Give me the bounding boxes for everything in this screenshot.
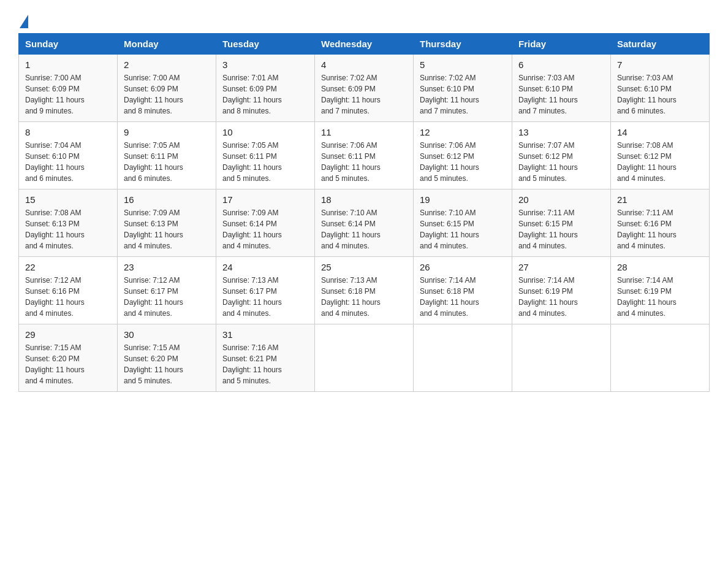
calendar-cell: 19 Sunrise: 7:10 AMSunset: 6:15 PMDaylig… bbox=[414, 190, 512, 257]
day-number: 7 bbox=[617, 59, 703, 70]
day-info: Sunrise: 7:10 AMSunset: 6:15 PMDaylight:… bbox=[420, 207, 506, 251]
calendar-cell: 30 Sunrise: 7:15 AMSunset: 6:20 PMDaylig… bbox=[118, 324, 216, 392]
calendar-week-row: 1 Sunrise: 7:00 AMSunset: 6:09 PMDayligh… bbox=[19, 55, 710, 122]
day-number: 29 bbox=[25, 329, 111, 340]
day-info: Sunrise: 7:14 AMSunset: 6:18 PMDaylight:… bbox=[420, 275, 506, 319]
calendar-week-row: 29 Sunrise: 7:15 AMSunset: 6:20 PMDaylig… bbox=[19, 324, 710, 392]
calendar-cell bbox=[512, 324, 611, 392]
day-info: Sunrise: 7:14 AMSunset: 6:19 PMDaylight:… bbox=[617, 275, 703, 319]
calendar-cell: 1 Sunrise: 7:00 AMSunset: 6:09 PMDayligh… bbox=[19, 55, 118, 122]
calendar-cell: 14 Sunrise: 7:08 AMSunset: 6:12 PMDaylig… bbox=[611, 122, 710, 190]
day-number: 18 bbox=[321, 194, 407, 205]
day-number: 9 bbox=[124, 127, 210, 137]
day-number: 10 bbox=[222, 127, 308, 137]
day-number: 22 bbox=[25, 262, 111, 272]
calendar-table: SundayMondayTuesdayWednesdayThursdayFrid… bbox=[18, 33, 710, 392]
calendar-cell: 29 Sunrise: 7:15 AMSunset: 6:20 PMDaylig… bbox=[19, 324, 118, 392]
day-number: 25 bbox=[321, 262, 407, 272]
calendar-cell: 27 Sunrise: 7:14 AMSunset: 6:19 PMDaylig… bbox=[512, 257, 611, 324]
calendar-cell: 20 Sunrise: 7:11 AMSunset: 6:15 PMDaylig… bbox=[512, 190, 611, 257]
day-number: 6 bbox=[518, 59, 604, 70]
day-info: Sunrise: 7:08 AMSunset: 6:13 PMDaylight:… bbox=[25, 207, 111, 251]
weekday-header-sunday: Sunday bbox=[19, 34, 118, 55]
calendar-cell: 4 Sunrise: 7:02 AMSunset: 6:09 PMDayligh… bbox=[315, 55, 414, 122]
calendar-cell bbox=[315, 324, 414, 392]
calendar-cell: 31 Sunrise: 7:16 AMSunset: 6:21 PMDaylig… bbox=[216, 324, 315, 392]
weekday-header-thursday: Thursday bbox=[414, 34, 512, 55]
day-number: 15 bbox=[25, 194, 111, 205]
calendar-cell: 16 Sunrise: 7:09 AMSunset: 6:13 PMDaylig… bbox=[118, 190, 216, 257]
day-number: 30 bbox=[124, 329, 210, 340]
calendar-week-row: 22 Sunrise: 7:12 AMSunset: 6:16 PMDaylig… bbox=[19, 257, 710, 324]
day-number: 19 bbox=[420, 194, 506, 205]
calendar-cell: 25 Sunrise: 7:13 AMSunset: 6:18 PMDaylig… bbox=[315, 257, 414, 324]
day-number: 2 bbox=[124, 59, 210, 70]
day-info: Sunrise: 7:00 AMSunset: 6:09 PMDaylight:… bbox=[124, 72, 210, 117]
day-number: 1 bbox=[25, 59, 111, 70]
day-info: Sunrise: 7:08 AMSunset: 6:12 PMDaylight:… bbox=[617, 140, 703, 184]
calendar-cell: 24 Sunrise: 7:13 AMSunset: 6:17 PMDaylig… bbox=[216, 257, 315, 324]
day-number: 31 bbox=[222, 329, 308, 340]
day-info: Sunrise: 7:09 AMSunset: 6:14 PMDaylight:… bbox=[222, 207, 308, 251]
calendar-cell: 21 Sunrise: 7:11 AMSunset: 6:16 PMDaylig… bbox=[611, 190, 710, 257]
calendar-cell: 13 Sunrise: 7:07 AMSunset: 6:12 PMDaylig… bbox=[512, 122, 611, 190]
day-number: 26 bbox=[420, 262, 506, 272]
day-info: Sunrise: 7:03 AMSunset: 6:10 PMDaylight:… bbox=[518, 72, 604, 117]
day-number: 23 bbox=[124, 262, 210, 272]
day-info: Sunrise: 7:14 AMSunset: 6:19 PMDaylight:… bbox=[518, 275, 604, 319]
weekday-header-friday: Friday bbox=[512, 34, 611, 55]
day-info: Sunrise: 7:11 AMSunset: 6:15 PMDaylight:… bbox=[518, 207, 604, 251]
day-info: Sunrise: 7:09 AMSunset: 6:13 PMDaylight:… bbox=[124, 207, 210, 251]
weekday-header-saturday: Saturday bbox=[611, 34, 710, 55]
calendar-cell: 10 Sunrise: 7:05 AMSunset: 6:11 PMDaylig… bbox=[216, 122, 315, 190]
day-number: 24 bbox=[222, 262, 308, 272]
weekday-header-tuesday: Tuesday bbox=[216, 34, 315, 55]
calendar-cell bbox=[611, 324, 710, 392]
calendar-cell: 8 Sunrise: 7:04 AMSunset: 6:10 PMDayligh… bbox=[19, 122, 118, 190]
day-number: 4 bbox=[321, 59, 407, 70]
calendar-cell: 3 Sunrise: 7:01 AMSunset: 6:09 PMDayligh… bbox=[216, 55, 315, 122]
calendar-week-row: 15 Sunrise: 7:08 AMSunset: 6:13 PMDaylig… bbox=[19, 190, 710, 257]
day-number: 16 bbox=[124, 194, 210, 205]
day-number: 28 bbox=[617, 262, 703, 272]
day-info: Sunrise: 7:13 AMSunset: 6:18 PMDaylight:… bbox=[321, 275, 407, 319]
calendar-week-row: 8 Sunrise: 7:04 AMSunset: 6:10 PMDayligh… bbox=[19, 122, 710, 190]
day-info: Sunrise: 7:06 AMSunset: 6:12 PMDaylight:… bbox=[420, 140, 506, 184]
calendar-cell: 9 Sunrise: 7:05 AMSunset: 6:11 PMDayligh… bbox=[118, 122, 216, 190]
day-number: 21 bbox=[617, 194, 703, 205]
day-info: Sunrise: 7:12 AMSunset: 6:16 PMDaylight:… bbox=[25, 275, 111, 319]
calendar-cell: 12 Sunrise: 7:06 AMSunset: 6:12 PMDaylig… bbox=[414, 122, 512, 190]
calendar-cell: 6 Sunrise: 7:03 AMSunset: 6:10 PMDayligh… bbox=[512, 55, 611, 122]
day-number: 3 bbox=[222, 59, 308, 70]
day-number: 20 bbox=[518, 194, 604, 205]
calendar-cell: 28 Sunrise: 7:14 AMSunset: 6:19 PMDaylig… bbox=[611, 257, 710, 324]
day-info: Sunrise: 7:13 AMSunset: 6:17 PMDaylight:… bbox=[222, 275, 308, 319]
calendar-cell: 17 Sunrise: 7:09 AMSunset: 6:14 PMDaylig… bbox=[216, 190, 315, 257]
calendar-cell: 23 Sunrise: 7:12 AMSunset: 6:17 PMDaylig… bbox=[118, 257, 216, 324]
day-info: Sunrise: 7:04 AMSunset: 6:10 PMDaylight:… bbox=[25, 140, 111, 184]
day-number: 5 bbox=[420, 59, 506, 70]
day-info: Sunrise: 7:02 AMSunset: 6:09 PMDaylight:… bbox=[321, 72, 407, 117]
day-info: Sunrise: 7:03 AMSunset: 6:10 PMDaylight:… bbox=[617, 72, 703, 117]
day-number: 27 bbox=[518, 262, 604, 272]
day-info: Sunrise: 7:11 AMSunset: 6:16 PMDaylight:… bbox=[617, 207, 703, 251]
day-number: 12 bbox=[420, 127, 506, 137]
calendar-cell: 2 Sunrise: 7:00 AMSunset: 6:09 PMDayligh… bbox=[118, 55, 216, 122]
day-number: 8 bbox=[25, 127, 111, 137]
calendar-cell: 11 Sunrise: 7:06 AMSunset: 6:11 PMDaylig… bbox=[315, 122, 414, 190]
day-info: Sunrise: 7:10 AMSunset: 6:14 PMDaylight:… bbox=[321, 207, 407, 251]
calendar-cell: 22 Sunrise: 7:12 AMSunset: 6:16 PMDaylig… bbox=[19, 257, 118, 324]
day-info: Sunrise: 7:00 AMSunset: 6:09 PMDaylight:… bbox=[25, 72, 111, 117]
day-info: Sunrise: 7:15 AMSunset: 6:20 PMDaylight:… bbox=[25, 342, 111, 386]
day-info: Sunrise: 7:15 AMSunset: 6:20 PMDaylight:… bbox=[124, 342, 210, 386]
day-number: 14 bbox=[617, 127, 703, 137]
day-number: 13 bbox=[518, 127, 604, 137]
calendar-cell: 26 Sunrise: 7:14 AMSunset: 6:18 PMDaylig… bbox=[414, 257, 512, 324]
calendar-cell: 18 Sunrise: 7:10 AMSunset: 6:14 PMDaylig… bbox=[315, 190, 414, 257]
weekday-header-monday: Monday bbox=[118, 34, 216, 55]
weekday-header-row: SundayMondayTuesdayWednesdayThursdayFrid… bbox=[19, 34, 710, 55]
logo-triangle-icon bbox=[20, 15, 28, 28]
calendar-cell: 7 Sunrise: 7:03 AMSunset: 6:10 PMDayligh… bbox=[611, 55, 710, 122]
calendar-cell: 15 Sunrise: 7:08 AMSunset: 6:13 PMDaylig… bbox=[19, 190, 118, 257]
day-number: 17 bbox=[222, 194, 308, 205]
